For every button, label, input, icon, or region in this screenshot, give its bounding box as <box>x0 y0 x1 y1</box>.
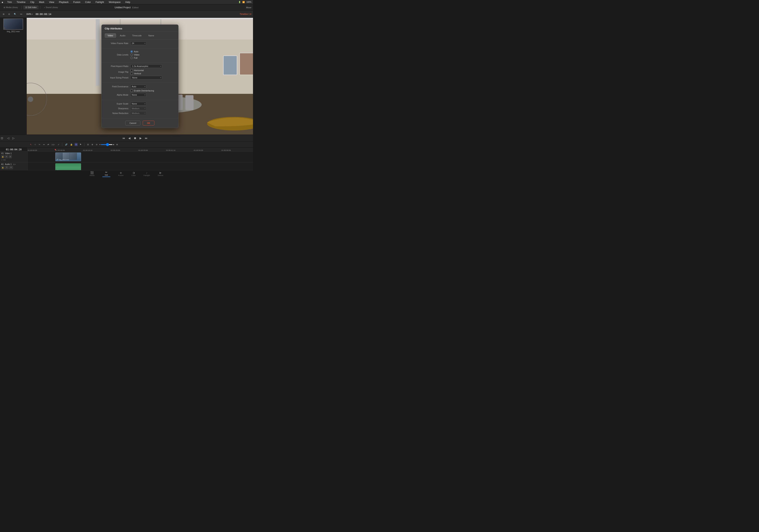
track-link-icon[interactable]: ⛓ <box>9 155 12 158</box>
noise-reduction-row: Noise Reduction Medium Low High ▾ <box>105 111 175 115</box>
image-flip-label: Image Flip <box>105 71 131 73</box>
track-select-tool[interactable]: ▷▷ <box>51 143 56 146</box>
stop-button[interactable]: ⏹ <box>133 136 137 140</box>
audio-solo-btn[interactable]: S <box>5 166 9 169</box>
select-tool[interactable]: ↖ <box>29 143 32 146</box>
pixel-aspect-control: 1.3x Anamorphic Square 16:9 Anamorphic ▾ <box>131 64 175 68</box>
ruler-tick-7: 01:00:58:08 <box>221 149 231 151</box>
modal-tab-video[interactable]: Video <box>105 33 116 38</box>
tab-deliver[interactable]: ▶ Deliver <box>154 171 167 177</box>
checkbox-deinterlacing-box <box>131 90 133 92</box>
prev-frame[interactable]: ◁ <box>6 136 10 140</box>
tab-sound-library[interactable]: ♪ Sound Library <box>42 6 60 9</box>
super-scale-select[interactable]: None 2x 3x 4x <box>131 102 146 105</box>
tab-edit-index[interactable]: ☰ Edit Index <box>23 6 39 9</box>
more-button[interactable]: ••• <box>19 13 23 16</box>
mixer-tab[interactable]: Mixer <box>246 6 252 9</box>
cancel-button[interactable]: Cancel <box>125 121 140 126</box>
video-track-icons: 🔒 👁 ⛓ <box>1 155 26 158</box>
checkbox-horizontal[interactable]: Horizontal <box>131 69 175 71</box>
slip-tool[interactable]: ⇔ <box>42 143 46 146</box>
add-marker[interactable]: ⊕ <box>115 143 119 146</box>
tab-media[interactable]: ⬛ Media <box>86 171 99 177</box>
tab-color[interactable]: ◑ Color <box>128 171 140 177</box>
field-dominance-select[interactable]: Auto Normal Inverted <box>131 85 146 88</box>
layout-button[interactable]: ⊞ <box>2 13 6 16</box>
zoom-in-tool[interactable]: ⊕ <box>91 143 94 146</box>
link-tool[interactable]: 🔗 <box>64 143 68 146</box>
checkbox-vertical[interactable]: Vertical <box>131 72 175 75</box>
alpha-mode-select[interactable]: None Straight Premultiplied <box>131 93 146 96</box>
slide-tool[interactable]: ⇌ <box>47 143 50 146</box>
menu-clip[interactable]: Clip <box>29 0 35 4</box>
super-scale-select-wrapper: None 2x 3x 4x ▾ <box>131 102 146 105</box>
snap-tool[interactable]: ⊞ <box>74 143 78 146</box>
subtitle-tool[interactable]: ⊟ <box>86 143 90 146</box>
ok-button[interactable]: OK <box>143 121 154 126</box>
go-to-start[interactable]: ⏮ <box>122 136 126 140</box>
pixel-aspect-select[interactable]: 1.3x Anamorphic Square 16:9 Anamorphic <box>131 64 162 68</box>
data-levels-row: Data Levels Auto Video <box>105 50 175 59</box>
menu-help[interactable]: Help <box>125 0 131 4</box>
play-button[interactable]: ▶ <box>139 136 142 140</box>
modal-footer: Cancel OK <box>101 118 178 128</box>
menu-timeline[interactable]: Timeline <box>16 0 26 4</box>
menu-mark[interactable]: Mark <box>38 0 45 4</box>
video-track-row: V1 Video 1 🔒 👁 ⛓ 1 Clip 🔗 img_1812 <box>0 152 253 162</box>
app-icon: ● <box>2 1 3 4</box>
frame-rate-select[interactable]: 24 23.976 25 29.97 30 <box>131 42 146 45</box>
noise-reduction-select[interactable]: Medium Low High <box>131 111 146 115</box>
audio-lock-icon[interactable]: 🔒 <box>1 166 4 169</box>
modal-tab-audio[interactable]: Audio <box>117 33 128 38</box>
modal-tab-timecode[interactable]: Timecode <box>129 33 145 38</box>
dynamic-trim-tool[interactable]: ⤢ <box>57 143 60 146</box>
grid-button[interactable]: ⊟ <box>7 13 11 16</box>
modal-tab-name[interactable]: Name <box>145 33 157 38</box>
zoom-slider[interactable] <box>101 144 113 145</box>
data-levels-section: Data Levels Auto Video <box>101 48 178 62</box>
video-clip-block[interactable]: 🔗 img_1812.mov <box>55 153 81 161</box>
radio-video[interactable]: Video <box>131 54 175 56</box>
menu-trim[interactable]: Trim <box>6 0 13 4</box>
video-track-name: V1 Video 1 <box>1 152 26 155</box>
menu-color[interactable]: Color <box>84 0 92 4</box>
super-scale-control: None 2x 3x 4x ▾ <box>131 102 175 105</box>
track-lock-icon[interactable]: 🔒 <box>1 155 4 158</box>
tab-fusion[interactable]: ◈ Fusion <box>114 171 128 177</box>
alpha-mode-row: Alpha Mode None Straight Premultiplied ▾ <box>105 93 175 96</box>
next-edit[interactable]: ▷ <box>12 136 16 140</box>
menu-playback[interactable]: Playback <box>58 0 69 4</box>
step-back[interactable]: ◀ <box>128 136 131 140</box>
trim-tool[interactable]: ⊹ <box>34 143 37 146</box>
audio-mute-btn[interactable]: M <box>9 166 13 169</box>
tab-edit[interactable]: ✂ Edit <box>99 170 114 177</box>
razor-tool[interactable]: ✂ <box>38 143 41 146</box>
track-visibility-icon[interactable]: 👁 <box>5 155 8 158</box>
tab-fairlight[interactable]: ♪ Fairlight <box>140 171 154 177</box>
fusion-tab-icon: ◈ <box>120 171 122 174</box>
radio-full[interactable]: Full <box>131 57 175 59</box>
input-sizing-select[interactable]: None Custom <box>131 76 162 79</box>
tabbar: ⊞ Media Library ☰ Edit Index ♪ Sound Lib… <box>0 4 253 11</box>
tab-media-library[interactable]: ⊞ Media Library <box>2 6 20 9</box>
go-to-end[interactable]: ⏭ <box>144 136 148 140</box>
super-scale-section: Super Scale None 2x 3x 4x ▾ <box>101 100 178 118</box>
timeline-selector[interactable]: Timeline 1 ▾ <box>240 13 252 16</box>
clip-thumbnail[interactable]: ♪ <box>3 19 23 30</box>
timeline-ruler: 01:00:04:20 01:00:00:00 01:00:08:08 01:0… <box>0 148 253 152</box>
menu-fusion[interactable]: Fusion <box>72 0 81 4</box>
lock-tool[interactable]: 🔒 <box>69 143 73 146</box>
checkbox-deinterlacing[interactable]: Enable Deinterlacing <box>131 90 175 92</box>
thumbnail-image <box>4 19 23 29</box>
bottom-tabbar: ⬛ Media ✂ Edit ◈ Fusion ◑ Color ♪ Fairli… <box>0 170 253 177</box>
sharpness-select[interactable]: Medium Low High <box>131 107 146 110</box>
flag-tool[interactable]: ⚑ <box>79 143 82 146</box>
layout-toggle[interactable]: ⊡ <box>0 136 4 140</box>
video-clip-icon: 🔗 <box>56 159 58 161</box>
menu-view[interactable]: View <box>48 0 55 4</box>
menu-workspace[interactable]: Workspace <box>108 0 121 4</box>
zoom-out-tool[interactable]: ⊖ <box>95 143 98 146</box>
zoom-button[interactable]: 🔍 <box>13 13 18 16</box>
radio-auto[interactable]: Auto <box>131 50 175 53</box>
menu-fairlight[interactable]: Fairlight <box>95 0 105 4</box>
